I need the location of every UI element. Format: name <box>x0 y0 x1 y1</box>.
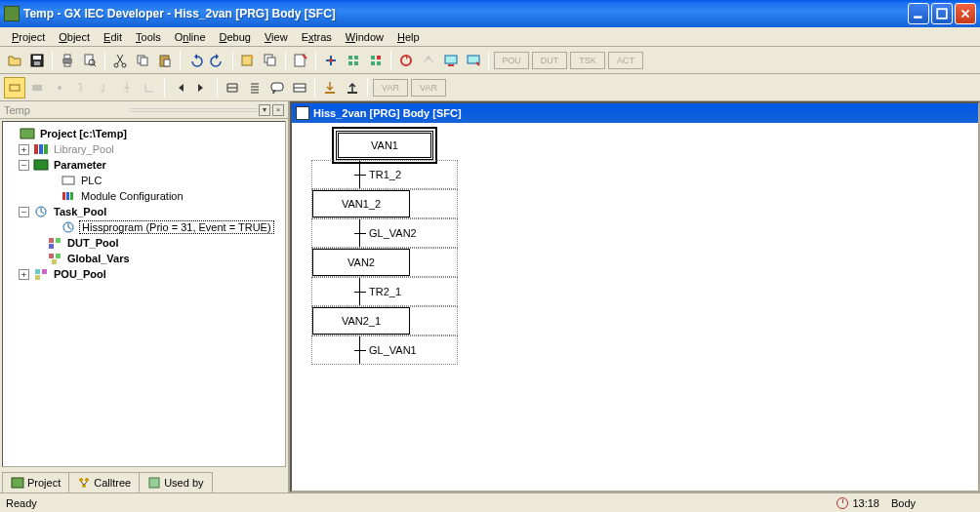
tab-project[interactable]: Project <box>2 472 69 492</box>
check-button[interactable] <box>290 50 311 71</box>
menu-extras[interactable]: Extras <box>296 29 338 45</box>
tree-global[interactable]: Global_Vars <box>65 253 132 264</box>
maximize-button[interactable] <box>931 3 953 24</box>
sfc-step-van1[interactable]: VAN1 <box>336 131 433 160</box>
redo-button[interactable] <box>207 50 228 71</box>
expand-param[interactable]: − <box>19 160 29 171</box>
sfc-trans1-button[interactable] <box>71 77 93 98</box>
tree-hissprogram[interactable]: Hissprogram (Prio = 31, Event = TRUE) <box>79 220 274 234</box>
cut-button[interactable] <box>109 50 131 71</box>
menu-debug[interactable]: Debug <box>214 29 257 45</box>
menu-view[interactable]: View <box>259 29 294 45</box>
save-button[interactable] <box>26 50 48 71</box>
download-button[interactable] <box>319 77 341 98</box>
tree-plc[interactable]: PLC <box>79 175 103 186</box>
build-button[interactable] <box>343 50 364 71</box>
project-tree[interactable]: Project [c:\Temp] +Library_Pool −Paramet… <box>2 121 286 467</box>
last-button[interactable] <box>191 77 213 98</box>
editor-header[interactable]: Hiss_2van [PRG] Body [SFC] <box>292 103 978 123</box>
svg-rect-6 <box>64 55 70 59</box>
sfc-trans-gl-van1[interactable]: GL_VAN1 <box>311 335 458 365</box>
menu-window[interactable]: Window <box>340 29 389 45</box>
minimize-button[interactable] <box>908 3 929 24</box>
svg-rect-38 <box>271 83 283 91</box>
sfc-step-van2[interactable]: VAN2 <box>311 248 458 277</box>
cascade-button[interactable] <box>260 50 281 71</box>
expand-lib[interactable]: + <box>19 144 29 155</box>
svg-rect-5 <box>62 59 72 63</box>
status-time: 13:18 <box>852 497 879 509</box>
svg-rect-14 <box>141 58 147 65</box>
sfc-trans2-button[interactable] <box>94 77 115 98</box>
sfc-canvas[interactable]: VAN1 TR1_2 VAN1_2 GL_VAN2 VAN2 TR2_1 VAN… <box>292 123 978 491</box>
comment-button[interactable] <box>266 77 288 98</box>
tree-parameter[interactable]: Parameter <box>52 159 108 171</box>
tree-dut[interactable]: DUT_Pool <box>65 237 121 249</box>
tab-usedby[interactable]: Used by <box>139 472 212 492</box>
status-tsk: TSK <box>570 52 605 69</box>
sfc-macro-button[interactable] <box>49 77 70 98</box>
sfc-step-button[interactable] <box>4 77 25 98</box>
tools1-button[interactable] <box>320 50 342 71</box>
menu-online[interactable]: Online <box>169 29 212 45</box>
status-act: ACT <box>608 52 643 69</box>
statusbar: Ready 13:18 Body <box>0 492 980 512</box>
sfc-init-button[interactable] <box>26 77 48 98</box>
sfc-trans-gl-van2[interactable]: GL_VAN2 <box>311 218 458 248</box>
open-button[interactable] <box>4 50 25 71</box>
menu-project[interactable]: Project <box>6 29 51 45</box>
svg-rect-46 <box>34 160 48 170</box>
expand-task[interactable]: − <box>19 207 29 217</box>
tree-root[interactable]: Project [c:\Temp] <box>38 128 129 139</box>
ladder-button[interactable] <box>222 77 243 98</box>
upload-button[interactable] <box>342 77 363 98</box>
svg-rect-16 <box>163 55 166 57</box>
paste-button[interactable] <box>154 50 176 71</box>
first-button[interactable] <box>169 77 190 98</box>
sfc-trans-tr2-1[interactable]: TR2_1 <box>311 277 458 306</box>
transfer-button[interactable] <box>418 50 439 71</box>
svg-rect-50 <box>70 192 73 200</box>
svg-rect-60 <box>42 269 47 274</box>
tree-pou[interactable]: POU_Pool <box>52 268 108 280</box>
svg-rect-49 <box>66 192 69 200</box>
undo-button[interactable] <box>184 50 206 71</box>
sfc-branch2-button[interactable] <box>139 77 160 98</box>
svg-rect-3 <box>33 56 41 59</box>
preview-button[interactable] <box>79 50 101 71</box>
print-button[interactable] <box>57 50 78 71</box>
sfc-step-van1-2[interactable]: VAN1_2 <box>311 189 458 218</box>
plc-icon <box>61 174 76 187</box>
expand-pou[interactable]: + <box>19 269 29 280</box>
tree-modconf[interactable]: Module Configuration <box>79 190 185 202</box>
menu-edit[interactable]: Edit <box>98 29 128 45</box>
sidebar-pin-button[interactable]: ▾ <box>259 104 270 116</box>
parameter-icon <box>33 158 49 172</box>
sidebar-close-button[interactable]: × <box>272 104 284 116</box>
new-pou-button[interactable] <box>237 50 259 71</box>
menu-help[interactable]: Help <box>391 29 426 45</box>
menu-tools[interactable]: Tools <box>130 29 167 45</box>
close-button[interactable] <box>955 3 976 24</box>
stop-monitor-button[interactable] <box>463 50 484 71</box>
svg-line-10 <box>94 64 96 66</box>
svg-rect-0 <box>914 16 921 18</box>
network-button[interactable] <box>289 77 310 98</box>
monitor-button[interactable] <box>440 50 462 71</box>
online-change-button[interactable] <box>395 50 417 71</box>
var-box2: VAR <box>411 79 446 97</box>
tree-taskpool[interactable]: Task_Pool <box>52 206 108 217</box>
svg-rect-25 <box>354 56 358 59</box>
list-button[interactable] <box>244 77 265 98</box>
copy-button[interactable] <box>132 50 153 71</box>
tree-library[interactable]: Library_Pool <box>52 143 116 155</box>
svg-rect-43 <box>34 144 38 154</box>
svg-point-11 <box>114 63 118 67</box>
tab-calltree[interactable]: Calltree <box>68 472 140 492</box>
menu-object[interactable]: Object <box>53 29 96 45</box>
sfc-branch1-button[interactable] <box>116 77 138 98</box>
document-icon <box>296 106 309 120</box>
sfc-step-van2-1[interactable]: VAN2_1 <box>311 306 458 335</box>
rebuild-button[interactable] <box>365 50 387 71</box>
sfc-trans-tr1-2[interactable]: TR1_2 <box>311 160 458 189</box>
